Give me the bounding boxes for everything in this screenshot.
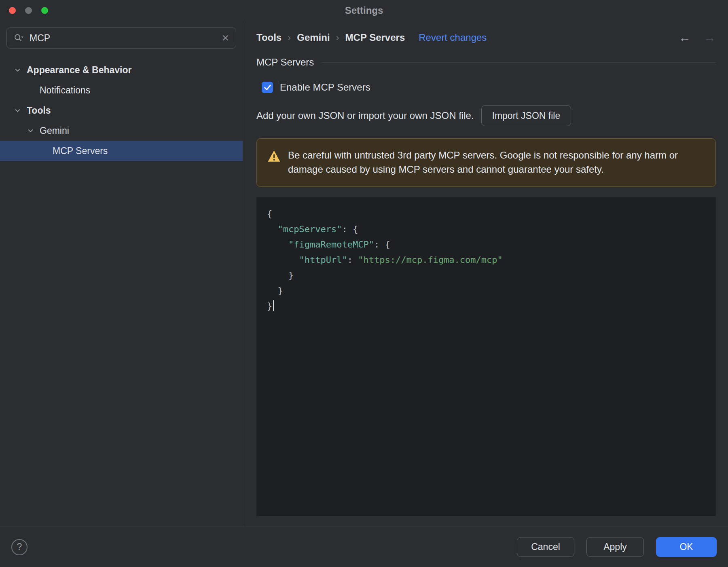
settings-window: Settings ✕ Appearance & BehaviorNotifica… xyxy=(0,0,728,567)
titlebar: Settings xyxy=(0,0,728,21)
sidebar-item-mcp-servers[interactable]: MCP Servers xyxy=(0,141,243,161)
warning-banner: Be careful with untrusted 3rd party MCP … xyxy=(256,138,716,187)
code-line: "mcpServers": { xyxy=(267,222,705,237)
cancel-button[interactable]: Cancel xyxy=(517,537,574,557)
text-caret xyxy=(273,300,274,311)
code-line: } xyxy=(267,298,705,314)
chevron-down-icon[interactable] xyxy=(14,107,27,114)
sidebar: ✕ Appearance & BehaviorNotificationsTool… xyxy=(0,21,243,527)
sidebar-item-gemini[interactable]: Gemini xyxy=(0,121,243,141)
import-json-button[interactable]: Import JSON file xyxy=(481,105,571,126)
close-button[interactable] xyxy=(9,7,16,14)
content-panel: Tools › Gemini › MCP Servers Revert chan… xyxy=(243,21,728,527)
zoom-button[interactable] xyxy=(41,7,48,14)
enable-mcp-checkbox[interactable] xyxy=(262,82,273,93)
code-line: } xyxy=(267,283,705,298)
main-area: ✕ Appearance & BehaviorNotificationsTool… xyxy=(0,21,728,527)
code-line: } xyxy=(267,268,705,283)
settings-tree: Appearance & BehaviorNotificationsToolsG… xyxy=(0,60,243,161)
sidebar-item-label: Appearance & Behavior xyxy=(27,65,131,76)
import-description: Add your own JSON or import your own JSO… xyxy=(256,110,474,121)
section-header: MCP Servers xyxy=(256,57,716,68)
json-editor[interactable]: { "mcpServers": { "figmaRemoteMCP": { "h… xyxy=(256,197,716,516)
code-line: "httpUrl": "https://mcp.figma.com/mcp" xyxy=(267,252,705,268)
enable-mcp-label: Enable MCP Servers xyxy=(280,82,370,93)
traffic-lights xyxy=(9,7,48,14)
search-input[interactable] xyxy=(30,33,217,44)
sidebar-item-label: Tools xyxy=(27,105,51,116)
help-button[interactable]: ? xyxy=(11,539,28,555)
code-line: { xyxy=(267,206,705,222)
sidebar-item-label: Notifications xyxy=(40,85,90,96)
sidebar-item-label: MCP Servers xyxy=(53,146,108,157)
chevron-down-icon xyxy=(40,147,53,155)
enable-mcp-row: Enable MCP Servers xyxy=(262,82,716,93)
sidebar-item-label: Gemini xyxy=(40,125,69,136)
warning-text: Be careful with untrusted 3rd party MCP … xyxy=(288,148,705,177)
breadcrumb-separator: › xyxy=(288,32,291,43)
history-nav: ← → xyxy=(679,32,716,44)
chevron-down-icon[interactable] xyxy=(14,66,27,74)
breadcrumb-item-mcp-servers[interactable]: MCP Servers xyxy=(345,32,405,43)
json-editor-code: { "mcpServers": { "figmaRemoteMCP": { "h… xyxy=(267,206,705,314)
breadcrumb: Tools › Gemini › MCP Servers Revert chan… xyxy=(256,26,716,49)
chevron-down-icon[interactable] xyxy=(27,127,40,135)
sidebar-item-appearance-behavior[interactable]: Appearance & Behavior xyxy=(0,60,243,80)
sidebar-item-notifications[interactable]: Notifications xyxy=(0,80,243,100)
code-line: "figmaRemoteMCP": { xyxy=(267,237,705,252)
apply-button[interactable]: Apply xyxy=(586,537,644,557)
footer-bar: ? Cancel Apply OK xyxy=(0,527,728,567)
ok-button[interactable]: OK xyxy=(656,537,717,557)
import-row: Add your own JSON or import your own JSO… xyxy=(256,105,716,126)
window-title: Settings xyxy=(345,5,383,16)
check-icon xyxy=(264,85,271,91)
search-icon xyxy=(13,33,25,43)
forward-arrow-icon: → xyxy=(704,32,716,44)
revert-changes-link[interactable]: Revert changes xyxy=(419,32,487,43)
section-divider xyxy=(321,62,716,63)
minimize-button[interactable] xyxy=(25,7,32,14)
clear-search-icon[interactable]: ✕ xyxy=(222,34,229,43)
help-icon: ? xyxy=(17,542,22,552)
breadcrumb-separator: › xyxy=(336,32,339,43)
warning-icon xyxy=(267,150,281,177)
breadcrumb-item-gemini[interactable]: Gemini xyxy=(297,32,330,43)
breadcrumb-item-tools[interactable]: Tools xyxy=(256,32,281,43)
sidebar-item-tools[interactable]: Tools xyxy=(0,100,243,121)
section-title: MCP Servers xyxy=(256,57,314,68)
chevron-down-icon xyxy=(27,87,40,94)
settings-search-box[interactable]: ✕ xyxy=(6,28,236,49)
back-arrow-icon[interactable]: ← xyxy=(679,32,691,44)
